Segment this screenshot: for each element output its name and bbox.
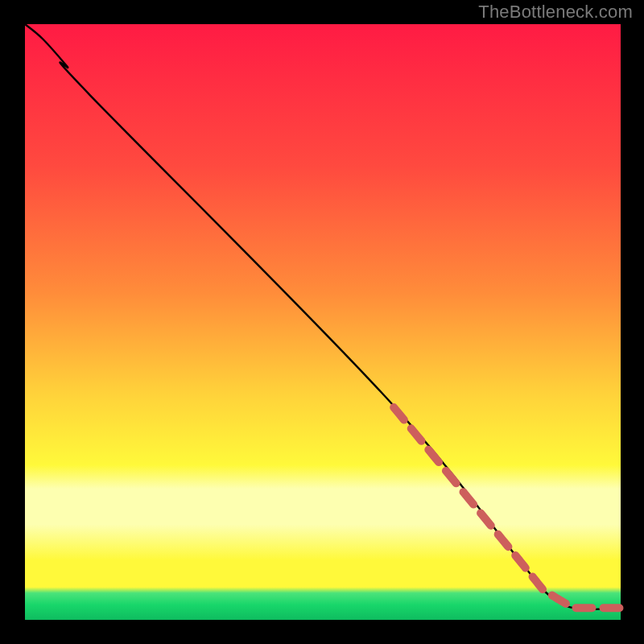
bottleneck-chart xyxy=(0,0,644,644)
plot-background xyxy=(25,24,621,620)
chart-container: TheBottleneck.com xyxy=(0,0,644,644)
